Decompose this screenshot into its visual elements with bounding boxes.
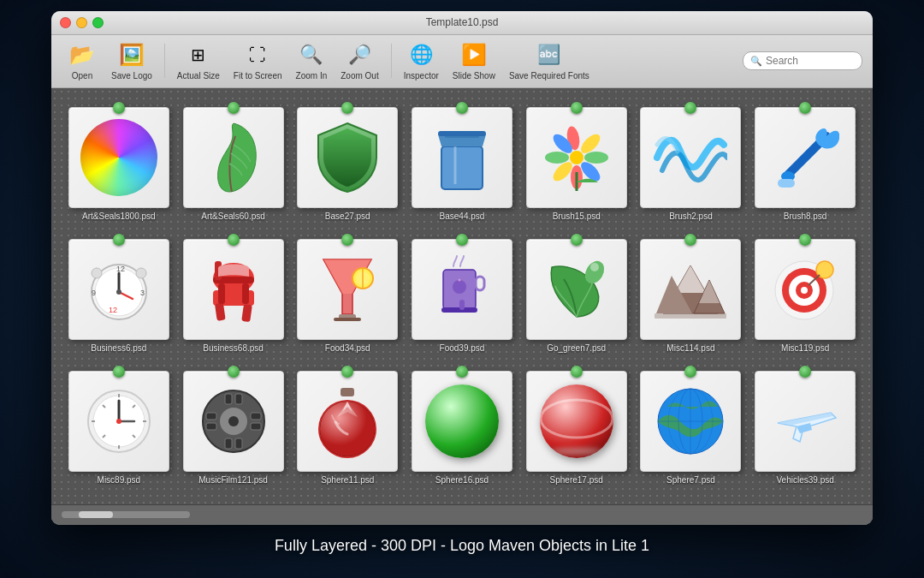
item-card[interactable]: Business68.psd (176, 234, 291, 366)
slide-show-button[interactable]: ▶️ Slide Show (447, 38, 500, 84)
svg-point-60 (801, 287, 808, 294)
svg-rect-43 (476, 277, 484, 290)
window-title: Template10.psd (426, 16, 499, 28)
item-card[interactable]: Sphere16.psd (405, 366, 519, 498)
slideshow-icon: ▶️ (460, 41, 488, 69)
item-frame (412, 371, 512, 472)
item-card[interactable]: Food39.psd (405, 234, 519, 366)
svg-point-22 (136, 268, 146, 278)
search-box[interactable]: 🔍 (743, 51, 862, 70)
sep-2 (391, 44, 392, 78)
items-grid: Art&Seals1800.psdArt&Seals60.psdBase27.p… (51, 88, 873, 504)
item-card[interactable]: Go_green7.psd (519, 234, 634, 366)
svg-rect-82 (251, 423, 261, 430)
item-card[interactable]: Art&Seals60.psd (176, 102, 291, 234)
item-card[interactable]: Brush8.psd (748, 102, 862, 234)
pin-decoration (456, 102, 468, 114)
item-card[interactable]: 121293Business6.psd (62, 234, 176, 366)
item-filename: Vehicles39.psd (776, 475, 833, 485)
save-logo-button[interactable]: 🖼️ Save Logo (106, 38, 157, 84)
item-card[interactable]: Art&Seals1800.psd (62, 102, 176, 234)
search-input[interactable] (766, 55, 860, 67)
item-frame (297, 371, 398, 472)
svg-point-91 (541, 400, 613, 438)
zoom-in-label: Zoom In (296, 71, 328, 80)
actual-size-icon: ⊞ (185, 41, 212, 69)
fit-screen-label: Fit to Screen (234, 71, 282, 80)
zoom-in-button[interactable]: 🔍 Zoom In (291, 38, 333, 84)
svg-rect-87 (341, 388, 354, 396)
item-frame (183, 107, 284, 208)
svg-text:12: 12 (116, 265, 125, 273)
pin-decoration (113, 234, 125, 246)
item-filename: Art&Seals60.psd (201, 212, 265, 221)
item-card[interactable]: Base27.psd (290, 102, 405, 234)
inspector-icon: 🌐 (407, 41, 435, 69)
item-frame (755, 371, 856, 472)
item-card[interactable]: Brush15.psd (519, 102, 634, 234)
item-card[interactable]: MusicFilm121.psd (176, 366, 291, 498)
open-button[interactable]: 📂 Open (62, 38, 103, 84)
item-card[interactable]: Vehicles39.psd (748, 366, 862, 498)
close-button[interactable] (60, 17, 71, 28)
scrollbar-thumb[interactable] (79, 511, 113, 518)
pin-decoration (113, 366, 125, 378)
zoom-out-button[interactable]: 🔎 Zoom Out (335, 38, 383, 84)
item-frame (526, 107, 627, 208)
item-frame (640, 107, 741, 208)
item-filename: Business68.psd (203, 343, 264, 353)
zoom-in-icon: 🔍 (298, 41, 325, 69)
slide-show-label: Slide Show (453, 71, 495, 80)
pin-decoration (456, 366, 468, 378)
svg-text:12: 12 (109, 306, 117, 314)
item-frame (412, 107, 512, 208)
svg-rect-47 (459, 300, 465, 310)
item-card[interactable]: Food34.psd (290, 234, 405, 366)
pin-decoration (799, 102, 811, 114)
actual-size-button[interactable]: ⊞ Actual Size (172, 38, 225, 84)
item-card[interactable]: Base44.psd (405, 102, 519, 234)
item-frame (640, 239, 741, 340)
item-frame (412, 239, 512, 340)
item-card[interactable]: Sphere11.psd (290, 366, 405, 498)
svg-rect-86 (235, 438, 242, 449)
item-filename: Base27.psd (325, 212, 370, 221)
svg-rect-85 (225, 438, 232, 449)
svg-point-7 (584, 152, 608, 164)
item-filename: Food34.psd (325, 343, 370, 353)
item-frame (640, 371, 741, 472)
item-frame (526, 239, 627, 340)
caption-text: Fully Layered - 300 DPI - Logo Maven Obj… (275, 537, 649, 555)
item-filename: Sphere7.psd (666, 475, 715, 485)
item-card[interactable]: Misc89.psd (62, 366, 176, 498)
pin-decoration (341, 366, 353, 378)
inspector-button[interactable]: 🌐 Inspector (399, 38, 444, 84)
save-fonts-button[interactable]: 🔤 Save Required Fonts (504, 38, 595, 84)
item-card[interactable]: Misc119.psd (748, 234, 862, 366)
item-filename: Misc89.psd (98, 475, 141, 485)
pin-decoration (684, 102, 696, 114)
item-card[interactable]: Misc114.psd (634, 234, 749, 366)
item-card[interactable]: Sphere17.psd (519, 366, 634, 498)
window-controls (60, 17, 104, 28)
pin-decoration (799, 366, 811, 378)
pin-decoration (456, 234, 468, 246)
item-card[interactable]: Sphere7.psd (634, 366, 749, 498)
item-card[interactable]: Brush2.psd (634, 102, 749, 234)
pin-decoration (684, 234, 696, 246)
pin-decoration (571, 366, 583, 378)
maximize-button[interactable] (92, 17, 104, 28)
item-filename: Food39.psd (440, 343, 485, 353)
svg-point-67 (116, 419, 121, 424)
item-filename: Art&Seals1800.psd (82, 212, 156, 221)
minimize-button[interactable] (76, 17, 87, 28)
item-frame (68, 371, 169, 472)
fit-screen-button[interactable]: ⛶ Fit to Screen (228, 38, 287, 84)
scrollbar-track[interactable] (62, 511, 190, 518)
item-filename: Brush8.psd (784, 212, 827, 221)
search-icon: 🔍 (750, 56, 762, 67)
content-area: Art&Seals1800.psdArt&Seals60.psdBase27.p… (51, 88, 873, 525)
item-filename: Sphere11.psd (321, 475, 374, 485)
svg-point-20 (116, 289, 121, 295)
toolbar: 📂 Open 🖼️ Save Logo ⊞ Actual Size ⛶ Fit … (51, 35, 873, 88)
